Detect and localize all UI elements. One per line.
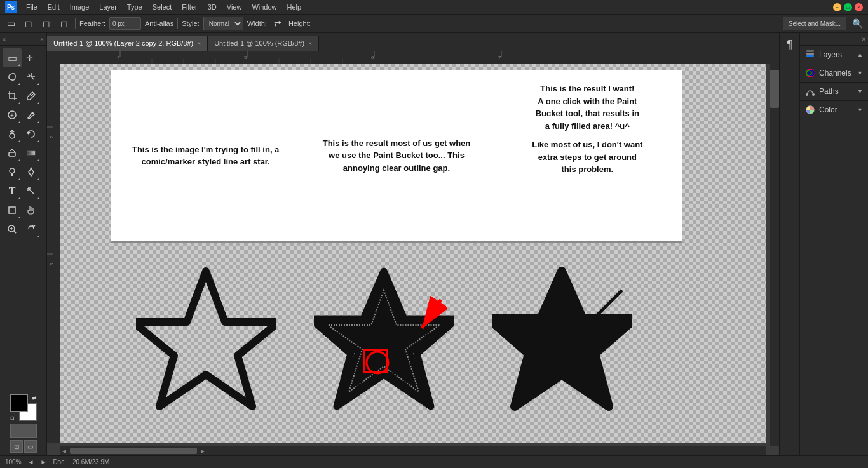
channels-header[interactable]: Channels ▼ (800, 64, 868, 82)
toolbar-tools: ▭ ✛ (0, 46, 46, 241)
feather-input[interactable] (109, 17, 141, 30)
tool-heal[interactable]: + (3, 105, 22, 124)
reset-colors-icon[interactable]: ⊡ (10, 415, 15, 421)
svg-rect-47 (806, 55, 814, 57)
tab-0[interactable]: Untitled-1 @ 100% (Layer 2 copy 2, RGB/8… (47, 36, 208, 51)
menu-type[interactable]: Type (123, 2, 147, 12)
svg-rect-16 (9, 207, 15, 213)
tool-path-select[interactable] (22, 182, 41, 201)
options-icon-3[interactable]: ◻ (39, 17, 53, 30)
scrollbar-horizontal-thumb[interactable] (70, 448, 197, 454)
tool-eraser[interactable] (3, 144, 22, 163)
svg-point-44 (367, 352, 388, 373)
typography-icon[interactable]: ¶ (787, 38, 792, 51)
red-arrow-svg (397, 293, 447, 344)
anti-alias-label: Anti-alias (145, 20, 173, 27)
channels-label: Channels (819, 69, 851, 77)
divider-2 (177, 18, 178, 29)
svg-line-5 (32, 77, 34, 79)
scrollbar-vertical[interactable] (770, 64, 779, 446)
standard-screen-button[interactable]: ⊡ (10, 440, 23, 453)
menu-edit[interactable]: Edit (43, 2, 64, 12)
tab-0-close[interactable]: × (197, 40, 201, 47)
tool-move[interactable]: ✛ (22, 48, 41, 67)
star-solid-container (485, 255, 638, 433)
tab-1-close[interactable]: × (308, 40, 312, 47)
svg-text:6: 6 (371, 55, 374, 60)
tab-1[interactable]: Untitled-1 @ 100% (RGB/8#) × (208, 36, 319, 51)
color-header-left: Color (805, 105, 837, 115)
tool-shape[interactable] (3, 201, 22, 220)
menu-3d[interactable]: 3D (203, 2, 221, 12)
tool-brush[interactable] (22, 105, 41, 124)
right-panel: » Layers ▲ (799, 33, 868, 455)
toolbar-bottom: ⇄ ⊡ ⊡ ▭ (0, 392, 46, 455)
options-icon-2[interactable]: ◻ (22, 17, 36, 30)
menu-help[interactable]: Help (283, 2, 306, 12)
image-canvas[interactable]: This is the image I'm trying to fill in,… (111, 70, 766, 443)
layers-label: Layers (819, 50, 842, 59)
red-circle-indicator (363, 349, 388, 373)
menu-window[interactable]: Window (247, 2, 281, 12)
menu-layer[interactable]: Layer (95, 2, 121, 12)
panel-paths: Paths ▼ (800, 83, 868, 101)
window-minimize-button[interactable]: − (833, 3, 841, 11)
swap-colors-icon[interactable]: ⇄ (32, 394, 37, 401)
paths-arrow: ▼ (857, 88, 863, 95)
tab-bar: Untitled-1 @ 100% (Layer 2 copy 2, RGB/8… (47, 33, 779, 51)
tool-dodge[interactable] (3, 163, 22, 182)
tool-pen[interactable] (22, 163, 41, 182)
color-header[interactable]: Color ▼ (800, 101, 868, 119)
tool-3d-rotate[interactable] (22, 220, 41, 239)
right-panel-collapse-btn[interactable]: » (862, 36, 865, 43)
options-icon-4[interactable]: ◻ (57, 17, 71, 30)
scroll-right-button[interactable]: ► (198, 448, 207, 454)
menu-image[interactable]: Image (65, 2, 94, 12)
full-screen-button[interactable]: ▭ (24, 440, 37, 453)
black-arrow-indicator (578, 287, 628, 340)
select-mask-button[interactable]: Select and Mask... (783, 17, 846, 30)
foreground-color-swatch[interactable] (10, 394, 28, 412)
canvas-area: Untitled-1 @ 100% (Layer 2 copy 2, RGB/8… (47, 33, 779, 455)
feather-label: Feather: (79, 20, 105, 27)
new-layer-icon[interactable]: ▭ (4, 17, 18, 30)
tool-zoom[interactable] (3, 220, 22, 239)
color-swatches: ⇄ ⊡ (10, 394, 37, 421)
tool-eyedropper[interactable] (22, 86, 41, 105)
svg-marker-39 (136, 271, 276, 406)
swap-wh-icon[interactable]: ⇄ (271, 17, 285, 30)
paths-header[interactable]: Paths ▼ (800, 83, 868, 100)
divider-1 (75, 18, 76, 29)
red-arrow-indicator (397, 293, 447, 347)
window-maximize-button[interactable]: □ (844, 3, 852, 11)
tool-hand[interactable] (22, 201, 41, 220)
canvas-white-area: This is the image I'm trying to fill in,… (111, 70, 682, 241)
tool-select-rectangle[interactable]: ▭ (3, 48, 22, 67)
canvas-scroll-area[interactable]: This is the image I'm trying to fill in,… (60, 64, 766, 443)
toolbar-close[interactable]: × (41, 36, 44, 43)
menu-filter[interactable]: Filter (177, 2, 201, 12)
style-select[interactable]: Normal (203, 17, 243, 30)
scrollbar-horizontal[interactable]: ◄ ► (60, 446, 766, 455)
layers-header[interactable]: Layers ▲ (800, 46, 868, 64)
menu-view[interactable]: View (222, 2, 247, 12)
status-nav-right[interactable]: ► (40, 458, 46, 465)
tool-type[interactable]: T (3, 182, 22, 201)
search-icon[interactable]: 🔍 (850, 17, 864, 30)
menu-file[interactable]: File (22, 2, 42, 12)
tool-clone[interactable] (3, 124, 22, 144)
tool-gradient[interactable] (22, 144, 41, 163)
scroll-left-button[interactable]: ◄ (60, 448, 69, 454)
tool-history-brush[interactable] (22, 124, 41, 144)
tool-magic-wand[interactable] (22, 67, 41, 86)
status-nav-left[interactable]: ◄ (28, 458, 34, 465)
tool-crop[interactable] (3, 86, 22, 105)
menu-select[interactable]: Select (148, 2, 177, 12)
layers-header-left: Layers (805, 50, 842, 60)
window-close-button[interactable]: × (855, 3, 863, 11)
quick-mask-button[interactable] (10, 424, 37, 438)
right-panel-collapse: » (800, 33, 868, 46)
tool-lasso[interactable] (3, 67, 22, 86)
star-outline-svg (136, 262, 276, 427)
scrollbar-vertical-thumb[interactable] (770, 70, 779, 108)
